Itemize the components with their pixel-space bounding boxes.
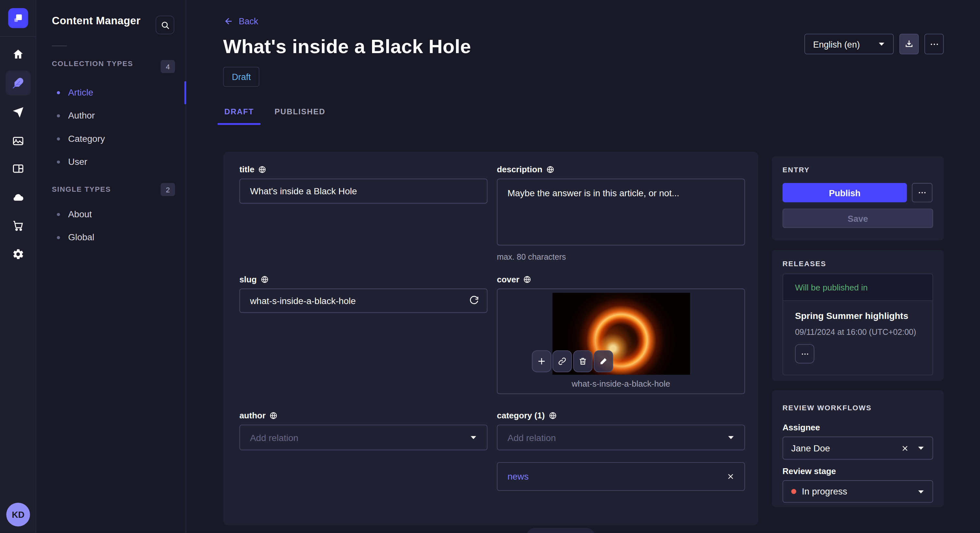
category-relation-select[interactable]: Add relation xyxy=(497,425,745,450)
field-category: category (1) Add relation xyxy=(497,411,745,451)
field-slug: slug xyxy=(240,275,488,313)
clear-icon[interactable] xyxy=(901,444,909,452)
search-button[interactable] xyxy=(156,16,174,34)
field-label-text: slug xyxy=(240,275,257,284)
cover-media-box: what-s-inside-a-black-hole xyxy=(497,289,745,394)
main-content: Back What's inside a Black Hole English … xyxy=(186,0,980,533)
field-description: description Maybe the answer is in this … xyxy=(497,165,745,262)
edit-media-button[interactable] xyxy=(594,351,613,373)
header-controls: English (en) xyxy=(804,34,944,54)
tab-published[interactable]: PUBLISHED xyxy=(273,105,326,125)
pencil-icon xyxy=(599,357,608,366)
paper-plane-icon[interactable] xyxy=(0,100,36,125)
version-tabs: DRAFT PUBLISHED xyxy=(223,105,326,125)
content-manager-sidebar: Content Manager COLLECTION TYPES 4 Artic… xyxy=(36,0,186,533)
chevron-down-icon xyxy=(470,435,477,440)
stage-status-dot xyxy=(791,489,796,494)
close-icon xyxy=(727,473,734,480)
bullet-icon xyxy=(57,160,60,163)
category-relation-item: news xyxy=(497,462,745,491)
field-label-text: category (1) xyxy=(497,411,545,420)
cover-toolbar xyxy=(532,351,613,373)
description-textarea[interactable]: Maybe the answer is in this article, or … xyxy=(497,179,745,246)
release-date: 09/11/2024 at 16:00 (UTC+02:00) xyxy=(795,327,916,337)
sidebar-item-global[interactable]: Global xyxy=(36,226,186,248)
download-button[interactable] xyxy=(899,34,919,54)
assignee-select[interactable]: Jane Doe xyxy=(783,436,933,460)
locale-select[interactable]: English (en) xyxy=(804,34,894,54)
add-media-button[interactable] xyxy=(532,351,551,373)
collection-types-label: COLLECTION TYPES xyxy=(52,60,133,67)
back-link[interactable]: Back xyxy=(224,16,258,26)
sidebar-item-label: User xyxy=(68,157,87,167)
search-icon xyxy=(161,21,170,30)
releases-panel-title: RELEASES xyxy=(783,260,826,267)
cart-icon[interactable] xyxy=(0,213,36,238)
entry-panel: ENTRY Publish Save xyxy=(772,156,944,240)
strapi-logo-icon xyxy=(11,11,25,25)
regenerate-icon[interactable] xyxy=(469,295,479,305)
media-images-icon[interactable] xyxy=(0,128,36,153)
relation-link-news[interactable]: news xyxy=(508,471,528,482)
assignee-label: Assignee xyxy=(783,423,820,432)
entry-form-card: title description Maybe the answer is in… xyxy=(223,152,758,525)
remove-relation-button[interactable] xyxy=(727,473,734,480)
publish-button[interactable]: Publish xyxy=(783,183,907,202)
slug-wrap xyxy=(240,289,488,313)
collapsed-component-pill[interactable] xyxy=(526,528,595,533)
globe-icon xyxy=(261,275,269,283)
field-category-label: category (1) xyxy=(497,411,745,420)
copy-link-button[interactable] xyxy=(552,351,572,373)
sidebar-item-user[interactable]: User xyxy=(36,151,186,173)
field-author: author Add relation xyxy=(240,411,488,451)
save-button[interactable]: Save xyxy=(783,209,933,228)
single-types-label: SINGLE TYPES xyxy=(52,186,111,193)
user-avatar[interactable]: KD xyxy=(6,503,30,526)
strapi-logo[interactable] xyxy=(8,8,28,28)
author-relation-select[interactable]: Add relation xyxy=(240,425,488,450)
review-stage-select[interactable]: In progress xyxy=(783,480,933,503)
author-placeholder: Add relation xyxy=(250,433,298,443)
ellipsis-icon xyxy=(918,188,927,197)
entry-more-button[interactable] xyxy=(912,183,933,202)
download-icon xyxy=(905,39,914,49)
gear-icon[interactable] xyxy=(0,241,36,266)
bullet-icon xyxy=(57,213,60,216)
review-workflows-panel: REVIEW WORKFLOWS Assignee Jane Doe Revie… xyxy=(772,390,944,507)
description-hint: max. 80 characters xyxy=(497,252,745,262)
sidebar-item-category[interactable]: Category xyxy=(36,127,186,150)
layout-icon[interactable] xyxy=(0,156,36,181)
title-input[interactable] xyxy=(240,179,488,204)
field-label-text: title xyxy=(240,165,255,174)
entry-actions: Publish xyxy=(783,183,933,202)
bullet-icon xyxy=(57,91,60,94)
tab-draft[interactable]: DRAFT xyxy=(223,105,255,125)
globe-icon xyxy=(523,275,531,283)
delete-media-button[interactable] xyxy=(573,351,592,373)
cloud-icon[interactable] xyxy=(0,185,36,210)
link-icon xyxy=(557,357,567,366)
globe-icon xyxy=(546,165,554,174)
sidebar-item-about[interactable]: About xyxy=(36,203,186,225)
bullet-icon xyxy=(57,137,60,140)
sidebar-item-label: About xyxy=(68,209,92,219)
slug-input[interactable] xyxy=(240,289,488,313)
sidebar-item-label: Category xyxy=(68,134,105,144)
release-more-button[interactable] xyxy=(795,344,815,364)
field-description-label: description xyxy=(497,165,745,174)
plus-icon xyxy=(537,357,546,366)
collection-types-count-badge: 4 xyxy=(161,60,175,73)
home-icon[interactable] xyxy=(0,42,36,67)
globe-icon xyxy=(548,412,557,420)
rail-divider xyxy=(0,36,36,37)
ellipsis-icon xyxy=(929,39,939,49)
release-card: Will be published in Spring Summer highl… xyxy=(783,274,933,375)
sidebar-item-article[interactable]: Article xyxy=(36,81,186,104)
release-status: Will be published in xyxy=(783,274,932,301)
bullet-icon xyxy=(57,236,60,239)
locale-value: English (en) xyxy=(813,39,860,49)
more-options-button[interactable] xyxy=(924,34,944,54)
sidebar-divider xyxy=(52,46,67,46)
sidebar-item-author[interactable]: Author xyxy=(36,104,186,127)
feather-icon[interactable] xyxy=(0,71,36,95)
